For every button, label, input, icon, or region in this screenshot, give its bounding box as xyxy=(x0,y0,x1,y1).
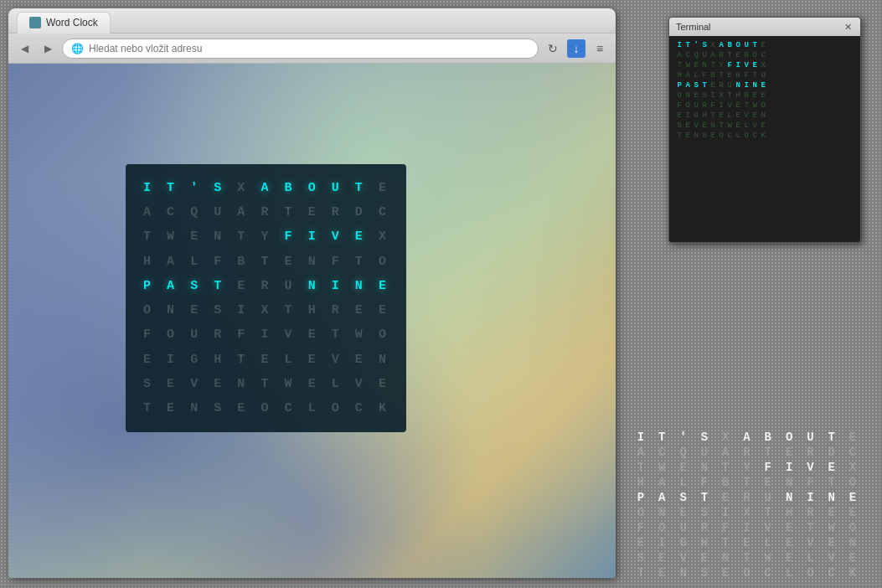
desktop-char: X xyxy=(740,506,755,519)
clock-char: V xyxy=(188,377,203,391)
terminal-char: S xyxy=(693,81,701,90)
terminal-close-button[interactable]: ✕ xyxy=(842,21,854,33)
terminal-char: I xyxy=(684,111,693,120)
desktop-char: V xyxy=(804,461,818,474)
desktop-char: E xyxy=(656,566,670,580)
desktop-clock-row-8: SEVENTWELVE xyxy=(635,551,861,565)
clock-char: N xyxy=(211,230,226,244)
terminal-char: C xyxy=(684,51,693,59)
terminal-char: I xyxy=(709,91,718,100)
terminal-char: A xyxy=(709,51,718,59)
clock-char: E xyxy=(353,303,368,317)
clock-char: S xyxy=(211,181,226,195)
desktop-char: N xyxy=(678,566,692,580)
clock-char: E xyxy=(211,377,226,391)
clock-char: T xyxy=(235,230,250,244)
desktop-char: O xyxy=(804,566,818,580)
terminal-char: G xyxy=(693,111,701,120)
terminal-char: P xyxy=(676,81,684,90)
desktop-char: A xyxy=(740,431,755,444)
clock-char: H xyxy=(141,255,156,269)
terminal-char: R xyxy=(718,51,726,59)
desktop-char: R xyxy=(804,506,818,519)
clock-char: R xyxy=(258,205,273,219)
clock-char: X xyxy=(258,303,273,317)
terminal-char: D xyxy=(751,51,760,59)
terminal-char: N xyxy=(709,121,718,130)
terminal-row-8: SEVENTWELVE xyxy=(676,121,854,130)
clock-row-7: EIGHTELEVEN xyxy=(141,353,391,367)
desktop-char: ' xyxy=(678,431,692,444)
desktop-clock-row-4: PASTERUNINE xyxy=(635,491,861,504)
clock-char: U xyxy=(282,279,297,293)
desktop-char: E xyxy=(678,506,692,519)
desktop-char: O xyxy=(847,476,861,489)
menu-button[interactable]: ≡ xyxy=(591,39,609,58)
clock-char: R xyxy=(258,279,273,293)
terminal-char: O xyxy=(718,132,726,140)
terminal-char: V xyxy=(693,121,701,130)
desktop-char: T xyxy=(762,506,776,519)
terminal-char: E xyxy=(735,51,743,59)
desktop-char: H xyxy=(699,536,713,549)
terminal-char: E xyxy=(735,121,743,130)
address-bar[interactable]: 🌐 xyxy=(62,39,539,59)
terminal-char: E xyxy=(751,111,760,120)
desktop-char: E xyxy=(720,566,734,580)
terminal-char: U xyxy=(743,41,751,49)
terminal-char: A xyxy=(676,51,684,59)
clock-char: S xyxy=(211,401,226,415)
clock-char: E xyxy=(258,353,273,367)
terminal-char: N xyxy=(701,61,709,70)
desktop-char: I xyxy=(720,506,734,519)
clock-char: N xyxy=(235,377,250,391)
terminal-char: U xyxy=(693,101,701,110)
browser-window: Word Clock ◀ ▶ 🌐 ↻ ↓ ≡ IT'SXABOUTEACQUAR… xyxy=(8,8,616,578)
browser-content: IT'SXABOUTEACQUARTERDCTWENTYFIVEXHALFBTE… xyxy=(8,64,616,578)
clock-char: T xyxy=(353,181,368,195)
forward-button[interactable]: ▶ xyxy=(39,39,57,58)
terminal-char: N xyxy=(684,91,693,100)
back-button[interactable]: ◀ xyxy=(15,39,34,58)
globe-icon: 🌐 xyxy=(71,43,84,54)
clock-char: N xyxy=(306,255,321,269)
terminal-char: E xyxy=(726,71,735,80)
clock-char: E xyxy=(235,279,250,293)
clock-char: F xyxy=(211,255,226,269)
desktop-char: E xyxy=(783,536,797,549)
clock-row-3: HALFBTENFTO xyxy=(141,255,391,269)
terminal-row-1: ACQUARTERDC xyxy=(676,51,854,59)
clock-row-0: IT'SXABOUTE xyxy=(141,181,391,195)
terminal-char: E xyxy=(693,61,701,70)
refresh-button[interactable]: ↻ xyxy=(544,39,562,58)
terminal-char: L xyxy=(693,71,701,80)
terminal-content: IT'SXABOUTEACQUARTERDCTWENTYFIVEXHALFBTE… xyxy=(669,36,860,242)
terminal-char: T xyxy=(718,71,726,80)
terminal-char: O xyxy=(735,41,743,49)
desktop-char: A xyxy=(635,446,649,459)
download-button[interactable]: ↓ xyxy=(567,39,585,58)
desktop-char: V xyxy=(678,551,692,565)
desktop-char: S xyxy=(699,506,713,519)
terminal-char: O xyxy=(676,91,684,100)
desktop-char: O xyxy=(635,506,649,519)
terminal-char: T xyxy=(709,111,718,120)
clock-row-4: PASTERUNINE xyxy=(141,279,391,293)
terminal-row-3: HALFBTENFTO xyxy=(676,71,854,80)
address-input[interactable] xyxy=(89,43,529,54)
clock-char: S xyxy=(188,279,203,293)
browser-tab[interactable]: Word Clock xyxy=(17,12,111,34)
desktop-char: H xyxy=(783,506,797,519)
terminal-char: E xyxy=(684,121,693,130)
clock-char: E xyxy=(376,303,391,317)
terminal-char: E xyxy=(684,132,693,140)
clock-char: X xyxy=(376,230,391,244)
desktop-char: R xyxy=(740,491,755,504)
clock-char: U xyxy=(188,328,203,342)
desktop-char: S xyxy=(635,551,649,565)
desktop-clock-row-2: TWENTYFIVEX xyxy=(635,461,861,474)
terminal-char: X xyxy=(760,61,768,70)
terminal-char: T xyxy=(743,101,751,110)
clock-char: B xyxy=(235,255,250,269)
desktop-char: C xyxy=(847,446,861,459)
